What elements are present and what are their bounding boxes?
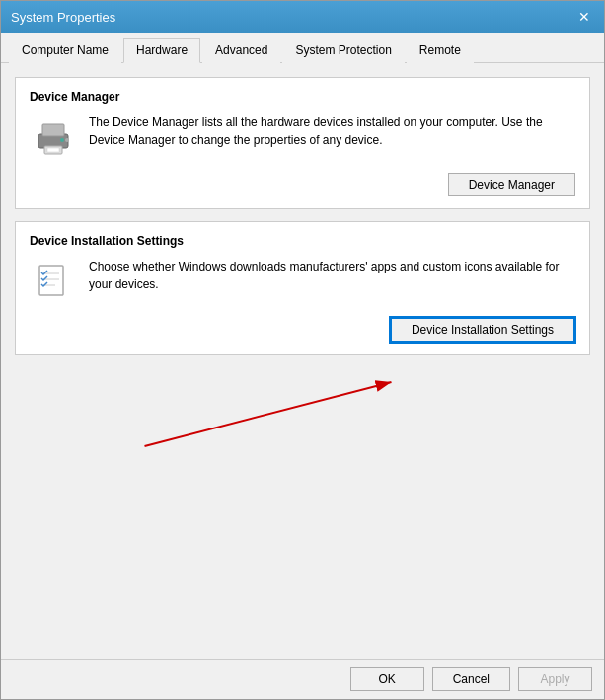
checklist-icon: [34, 262, 73, 301]
title-bar: System Properties ✕: [1, 1, 604, 33]
hardware-icon: [33, 117, 74, 158]
device-manager-button[interactable]: Device Manager: [448, 173, 575, 196]
device-installation-title: Device Installation Settings: [30, 234, 575, 248]
tab-hardware[interactable]: Hardware: [123, 38, 200, 63]
system-properties-window: System Properties ✕ Computer Name Hardwa…: [0, 0, 605, 700]
device-installation-icon: [30, 258, 77, 305]
device-manager-button-row: Device Manager: [30, 173, 575, 196]
device-installation-button-row: Device Installation Settings: [30, 317, 575, 343]
apply-button[interactable]: Apply: [518, 667, 592, 691]
ok-button[interactable]: OK: [350, 667, 424, 691]
close-button[interactable]: ✕: [574, 7, 594, 27]
tab-system-protection[interactable]: System Protection: [282, 38, 404, 63]
tab-advanced[interactable]: Advanced: [202, 38, 280, 63]
main-content: Device Manager The Device Manager lists …: [1, 63, 604, 659]
svg-point-4: [60, 138, 64, 142]
tab-bar: Computer Name Hardware Advanced System P…: [1, 33, 604, 63]
device-manager-description: The Device Manager lists all the hardwar…: [89, 114, 575, 149]
tab-remote[interactable]: Remote: [407, 38, 474, 63]
cancel-button[interactable]: Cancel: [432, 667, 510, 691]
device-installation-description: Choose whether Windows downloads manufac…: [89, 258, 575, 293]
svg-point-5: [65, 138, 69, 142]
device-manager-icon: [30, 114, 77, 161]
window-title: System Properties: [11, 10, 115, 25]
bottom-bar: OK Cancel Apply: [1, 659, 604, 699]
device-installation-settings-button[interactable]: Device Installation Settings: [390, 317, 575, 343]
device-manager-title: Device Manager: [30, 90, 575, 104]
arrow-annotation: [15, 367, 590, 456]
device-installation-body: Choose whether Windows downloads manufac…: [30, 258, 575, 305]
arrow-svg: [15, 367, 590, 456]
device-installation-section: Device Installation Settings Choose whet…: [15, 221, 590, 355]
device-manager-body: The Device Manager lists all the hardwar…: [30, 114, 575, 161]
svg-rect-3: [47, 148, 59, 152]
svg-rect-1: [42, 124, 64, 136]
svg-line-11: [145, 382, 392, 446]
tab-computer-name[interactable]: Computer Name: [9, 38, 121, 63]
device-manager-section: Device Manager The Device Manager lists …: [15, 77, 590, 209]
